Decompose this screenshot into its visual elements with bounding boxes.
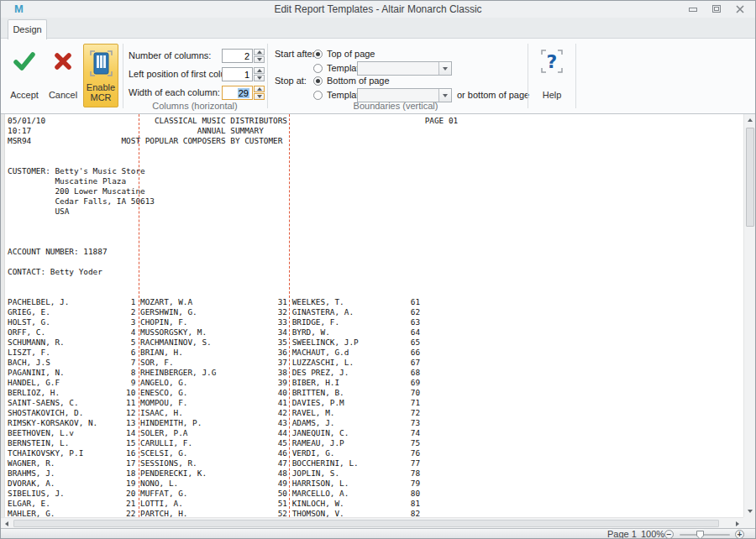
svg-text:?: ?: [547, 51, 558, 72]
radio-template-start[interactable]: [313, 64, 323, 73]
enable-mcr-label: Enable MCR: [84, 82, 118, 102]
ribbon-divider: [528, 44, 528, 108]
window-title: Edit Report Templates - Altair Monarch C…: [1, 3, 755, 15]
spin-up-button[interactable]: [254, 86, 265, 92]
ribbon-divider: [267, 44, 268, 108]
chevron-down-icon: [443, 67, 448, 71]
number-of-columns-value[interactable]: 2: [222, 49, 253, 63]
spin-down-button[interactable]: [254, 93, 265, 100]
mcr-columns-icon: [84, 50, 118, 77]
minimize-icon: [689, 5, 698, 13]
vertical-scrollbar-thumb[interactable]: [746, 128, 754, 227]
scroll-down-button[interactable]: [744, 505, 756, 517]
app-window: M Edit Report Templates - Altair Monarch…: [0, 0, 756, 539]
number-of-columns-label: Number of columns:: [129, 49, 211, 63]
template-start-value: [358, 62, 438, 75]
spin-up-icon: [257, 69, 262, 72]
chevron-down-icon: [443, 94, 448, 97]
zoom-slider-thumb[interactable]: [696, 530, 705, 539]
page-indicator: Page 1: [607, 529, 637, 539]
top-of-page-label: Top of page: [327, 47, 375, 61]
spin-down-button[interactable]: [254, 56, 265, 63]
close-icon: [736, 5, 744, 13]
spin-down-icon: [257, 76, 262, 80]
ribbon: Accept Cancel Enable MC: [1, 39, 755, 114]
cancel-x-icon: [45, 51, 81, 71]
spin-up-button[interactable]: [254, 49, 265, 55]
start-after-label: Start after:: [275, 47, 318, 61]
left-position-spinner[interactable]: 1: [222, 67, 265, 81]
help-question-icon: ?: [533, 48, 571, 75]
dropdown-arrow-button[interactable]: [438, 89, 451, 102]
width-of-column-value[interactable]: 29: [222, 86, 253, 100]
radio-template-stop[interactable]: [313, 91, 323, 100]
status-bar: Page 1 100% − +: [1, 528, 755, 539]
left-position-value[interactable]: 1: [222, 67, 253, 81]
ribbon-divider: [123, 44, 123, 108]
spin-up-icon: [257, 87, 262, 91]
arrow-down-icon: [748, 510, 753, 513]
report-text[interactable]: 05/01/10 CLASSICAL MUSIC DISTRIBUTORS PA…: [8, 116, 458, 517]
vertical-scrollbar[interactable]: [743, 114, 755, 517]
tab-design[interactable]: Design: [8, 19, 47, 39]
maximize-icon: [712, 5, 722, 13]
cancel-button[interactable]: Cancel: [45, 43, 81, 105]
mcr-column-boundary-1[interactable]: [139, 114, 139, 517]
spin-up-button[interactable]: [254, 67, 265, 74]
title-bar: M Edit Report Templates - Altair Monarch…: [1, 1, 755, 18]
radio-top-of-page[interactable]: [313, 50, 323, 59]
maximize-button[interactable]: [710, 4, 723, 13]
minus-icon: −: [667, 531, 672, 538]
spin-down-icon: [257, 58, 262, 61]
ribbon-divider: [575, 44, 576, 108]
cancel-label: Cancel: [45, 90, 81, 100]
accept-label: Accept: [6, 90, 43, 100]
width-of-column-spinner[interactable]: 29: [222, 86, 265, 100]
columns-group-label: Columns (horizontal): [123, 101, 266, 111]
scroll-up-button[interactable]: [744, 114, 756, 126]
ribbon-tab-bar: Design: [1, 18, 755, 39]
plus-icon: +: [738, 531, 743, 538]
report-view[interactable]: 05/01/10 CLASSICAL MUSIC DISTRIBUTORS PA…: [1, 114, 744, 517]
arrow-right-icon: [736, 521, 739, 526]
dropdown-arrow-button[interactable]: [438, 62, 451, 75]
report-left-gutter: [1, 114, 5, 517]
spin-down-button[interactable]: [254, 75, 265, 81]
accept-button[interactable]: Accept: [6, 43, 43, 105]
radio-bottom-of-page[interactable]: [313, 76, 323, 86]
help-button[interactable]: ? Help: [533, 43, 571, 105]
enable-mcr-button[interactable]: Enable MCR: [83, 44, 118, 107]
close-button[interactable]: [733, 4, 747, 13]
mcr-column-boundary-2[interactable]: [289, 114, 290, 517]
minimize-button[interactable]: [686, 4, 700, 13]
zoom-in-button[interactable]: +: [735, 530, 744, 539]
number-of-columns-spinner[interactable]: 2: [222, 49, 265, 63]
spin-up-icon: [257, 50, 262, 54]
width-of-column-label: Width of each column:: [129, 86, 220, 100]
spin-down-icon: [257, 95, 262, 98]
arrow-up-icon: [748, 118, 753, 122]
zoom-out-button[interactable]: −: [664, 530, 674, 539]
horizontal-scrollbar-thumb[interactable]: [13, 520, 719, 527]
accept-check-icon: [6, 51, 43, 71]
arrow-left-icon: [5, 521, 8, 526]
boundaries-group-label: Boundaries (vertical): [278, 101, 513, 111]
bottom-of-page-label: Bottom of page: [327, 74, 390, 88]
stop-at-label: Stop at:: [275, 74, 307, 88]
zoom-percent: 100%: [641, 529, 664, 539]
template-stop-value: [358, 89, 438, 102]
help-label: Help: [533, 90, 571, 100]
zoom-slider-track[interactable]: [680, 534, 730, 536]
scrollbar-corner: [743, 517, 755, 528]
horizontal-scrollbar[interactable]: [1, 517, 743, 528]
